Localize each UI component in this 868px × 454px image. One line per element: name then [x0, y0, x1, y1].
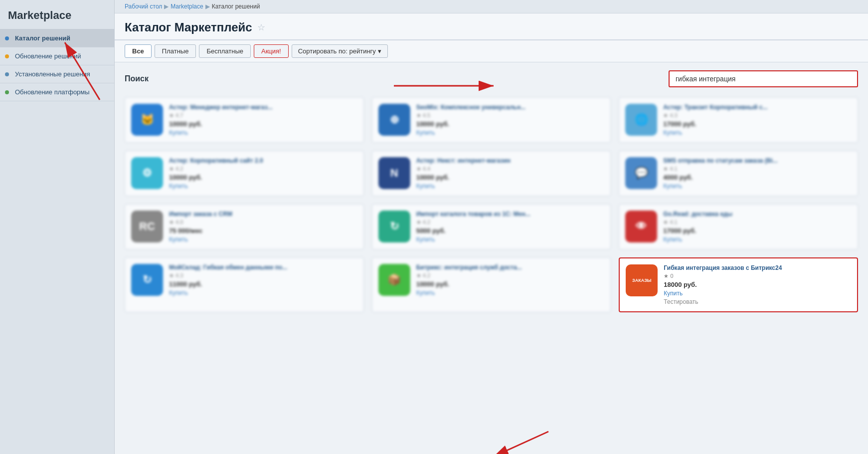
- product-action-p10[interactable]: Купить: [169, 289, 357, 296]
- breadcrumb-current: Каталог решений: [212, 3, 260, 10]
- product-price-p10: 11000 руб.: [169, 280, 357, 288]
- sidebar-label-updates-solutions: Обновление решений: [15, 52, 81, 60]
- sidebar-item-updates-platform[interactable]: Обновление платформы: [0, 83, 114, 101]
- filter-bar: ВсеПлатныеБесплатныеАкция! Сортировать п…: [115, 40, 868, 62]
- product-card-p7[interactable]: RCИмпорт заказа с CRM★ 4.075 000/месКупи…: [125, 204, 364, 249]
- product-action-p3[interactable]: Купить: [663, 129, 852, 136]
- product-card-p8[interactable]: ↻Импорт каталога товаров из 1С: Мен...★ …: [372, 204, 611, 249]
- filter-btn-paid[interactable]: Платные: [155, 44, 196, 58]
- filter-btn-promo[interactable]: Акция!: [254, 44, 289, 58]
- breadcrumb-marketplace[interactable]: Marketplace: [171, 3, 203, 10]
- product-price-p11: 10000 руб.: [416, 280, 605, 288]
- product-name-p5: Астер: Некст: интернет-магазин: [416, 157, 605, 164]
- product-rating-p11: ★ 4.2: [416, 272, 605, 279]
- product-name-p2: SeoMix: Комплексное универсальн...: [416, 104, 605, 111]
- product-rating-p12: ★ 0: [664, 273, 851, 279]
- sidebar-title: Marketplace: [0, 0, 114, 29]
- product-info-p12: Гибкая интеграция заказов с Битрикс24★ 0…: [664, 264, 851, 305]
- product-card-p5[interactable]: NАстер: Некст: интернет-магазин★ 4.41000…: [372, 151, 611, 196]
- product-name-p7: Импорт заказа с CRM: [169, 211, 357, 218]
- product-action-p11[interactable]: Купить: [416, 289, 605, 296]
- product-price-p8: 5000 руб.: [416, 227, 605, 234]
- product-rating-p6: ★ 4.1: [663, 166, 852, 172]
- breadcrumb: Рабочий стол ▶ Marketplace ▶ Каталог реш…: [115, 0, 868, 13]
- product-action-p12[interactable]: Купить: [664, 290, 851, 297]
- product-card-p9[interactable]: 👁Go.Read: доставка еды★ 4.117000 руб.Куп…: [619, 204, 858, 249]
- product-card-p4[interactable]: ⚙Астер: Корпоративный сайт 2.0★ 4.210000…: [125, 151, 364, 196]
- product-card-p1[interactable]: 🐱Астер: Менеджер интернет-магаз...★ 4.71…: [125, 97, 364, 143]
- search-label: Поиск: [125, 74, 214, 83]
- product-info-p9: Go.Read: доставка еды★ 4.117000 руб.Купи…: [663, 211, 852, 243]
- product-rating-p2: ★ 4.5: [416, 112, 605, 119]
- sidebar: Marketplace Каталог решенийОбновление ре…: [0, 0, 115, 454]
- breadcrumb-sep1: ▶: [164, 3, 169, 10]
- sidebar-item-updates-solutions[interactable]: Обновление решений: [0, 47, 114, 65]
- sidebar-item-catalog[interactable]: Каталог решений: [0, 29, 114, 47]
- product-name-p12: Гибкая интеграция заказов с Битрикс24: [664, 264, 851, 271]
- svg-line-2: [494, 432, 548, 454]
- product-action-p9[interactable]: Купить: [663, 236, 852, 243]
- product-price-p7: 75 000/мес: [169, 227, 357, 234]
- product-name-p6: SMS отправка по статусам заказа (Bi...: [663, 157, 852, 164]
- favorite-star-icon[interactable]: ☆: [257, 22, 265, 33]
- product-action-p1[interactable]: Купить: [169, 129, 357, 136]
- product-info-p5: Астер: Некст: интернет-магазин★ 4.410000…: [416, 157, 605, 190]
- content-area: Поиск 🐱Астер: Менеджер интернет-магаз...…: [115, 62, 868, 454]
- product-card-p2[interactable]: ⊕SeoMix: Комплексное универсальн...★ 4.5…: [372, 97, 611, 143]
- product-card-p6[interactable]: 💬SMS отправка по статусам заказа (Bi...★…: [619, 151, 858, 196]
- product-price-p12: 18000 руб.: [664, 281, 851, 288]
- product-info-p10: МойСклад: Гибкая обмен данными по...★ 4.…: [169, 264, 357, 306]
- product-rating-p9: ★ 4.1: [663, 219, 852, 226]
- product-info-p7: Импорт заказа с CRM★ 4.075 000/месКупить: [169, 211, 357, 243]
- sort-label: Сортировать по: рейтингу: [298, 47, 376, 55]
- sidebar-bullet-catalog: [5, 36, 9, 40]
- product-price-p2: 10000 руб.: [416, 120, 605, 128]
- product-card-p12[interactable]: ЗАКАЗЫГибкая интеграция заказов с Битрик…: [619, 257, 858, 312]
- product-card-p3[interactable]: 🌐Астер: Транзит Корпоративный с...★ 4.31…: [619, 97, 858, 143]
- product-info-p3: Астер: Транзит Корпоративный с...★ 4.317…: [663, 104, 852, 136]
- product-action2-p12[interactable]: Тестировать: [664, 298, 851, 305]
- filter-buttons: ВсеПлатныеБесплатныеАкция!: [125, 44, 289, 58]
- product-icon-p11: 📦: [378, 264, 410, 296]
- product-icon-p7: RC: [131, 211, 163, 242]
- product-action-p7[interactable]: Купить: [169, 236, 357, 243]
- page-title: Каталог Маркетплейс: [125, 20, 252, 34]
- product-name-p1: Астер: Менеджер интернет-магаз...: [169, 104, 357, 111]
- breadcrumb-sep2: ▶: [205, 3, 210, 10]
- product-info-p2: SeoMix: Комплексное универсальн...★ 4.51…: [416, 104, 605, 136]
- product-icon-p5: N: [378, 157, 410, 189]
- sidebar-label-catalog: Каталог решений: [15, 34, 70, 42]
- product-icon-p8: ↻: [378, 211, 410, 242]
- sort-button[interactable]: Сортировать по: рейтингу ▾: [292, 44, 388, 58]
- product-rating-p4: ★ 4.2: [169, 166, 357, 172]
- filter-btn-free[interactable]: Бесплатные: [199, 44, 251, 58]
- product-rating-p3: ★ 4.3: [663, 112, 852, 119]
- product-icon-p10: ↻: [131, 264, 163, 296]
- sidebar-label-updates-platform: Обновление платформы: [15, 88, 90, 96]
- product-action-p6[interactable]: Купить: [663, 183, 852, 190]
- product-card-p10[interactable]: ↻МойСклад: Гибкая обмен данными по...★ 4…: [125, 257, 364, 312]
- product-info-p4: Астер: Корпоративный сайт 2.0★ 4.210000 …: [169, 157, 357, 190]
- product-card-p11[interactable]: 📦Битрикс: интеграция служб доста...★ 4.2…: [372, 257, 611, 312]
- product-action-p4[interactable]: Купить: [169, 183, 357, 190]
- product-rating-p10: ★ 4.3: [169, 272, 357, 279]
- sidebar-bullet-updates-solutions: [5, 54, 9, 58]
- product-action-p5[interactable]: Купить: [416, 183, 605, 190]
- product-name-p8: Импорт каталога товаров из 1С: Мен...: [416, 211, 605, 218]
- product-price-p5: 10000 руб.: [416, 174, 605, 181]
- product-info-p8: Импорт каталога товаров из 1С: Мен...★ 4…: [416, 211, 605, 243]
- product-action-p8[interactable]: Купить: [416, 236, 605, 243]
- filter-btn-all[interactable]: Все: [125, 44, 152, 58]
- sidebar-item-installed[interactable]: Установленные решения: [0, 65, 114, 83]
- product-name-p4: Астер: Корпоративный сайт 2.0: [169, 157, 357, 164]
- product-action-p2[interactable]: Купить: [416, 129, 605, 136]
- product-rating-p7: ★ 4.0: [169, 219, 357, 226]
- breadcrumb-desktop[interactable]: Рабочий стол: [125, 3, 162, 10]
- search-input[interactable]: [669, 70, 858, 87]
- product-name-p9: Go.Read: доставка еды: [663, 211, 852, 218]
- sidebar-label-installed: Установленные решения: [15, 70, 90, 78]
- product-price-p6: 4000 руб.: [663, 174, 852, 181]
- product-icon-p4: ⚙: [131, 157, 163, 189]
- product-price-p4: 10000 руб.: [169, 174, 357, 181]
- search-row: Поиск: [125, 70, 858, 87]
